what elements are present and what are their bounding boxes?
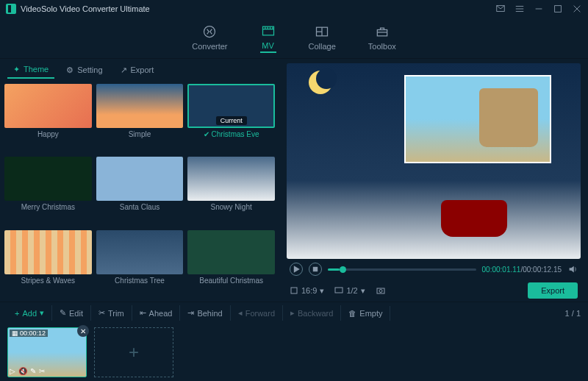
svg-rect-5 xyxy=(377,29,387,35)
subtab-setting[interactable]: ⚙ Setting xyxy=(60,63,108,78)
empty-button[interactable]: 🗑Empty xyxy=(341,306,390,321)
tab-label: Collage xyxy=(309,42,336,51)
svg-rect-6 xyxy=(313,267,318,271)
tab-collage[interactable]: Collage xyxy=(309,24,336,52)
feedback-icon[interactable] xyxy=(495,4,506,14)
progress-bar[interactable] xyxy=(328,268,476,271)
aspect-ratio-selector[interactable]: 16:9 ▾ xyxy=(290,286,324,296)
page-indicator: 1 / 1 xyxy=(565,309,581,318)
maximize-icon[interactable] xyxy=(553,4,563,14)
check-icon: ✔ xyxy=(204,130,212,138)
theme-snowy-night[interactable]: Snowy Night xyxy=(187,157,275,225)
theme-christmas-tree[interactable]: Christmas Tree xyxy=(96,230,184,299)
chevron-down-icon: ▾ xyxy=(320,286,324,296)
export-icon: ↗ xyxy=(121,65,127,75)
clip-remove-button[interactable]: ✕ xyxy=(77,325,89,337)
plus-icon: + xyxy=(15,309,19,318)
theme-icon: ✦ xyxy=(13,65,20,74)
tab-label: Converter xyxy=(192,42,227,51)
svg-point-10 xyxy=(379,290,382,293)
mv-icon xyxy=(260,24,276,38)
theme-santa-claus[interactable]: Santa Claus xyxy=(96,157,184,225)
tab-toolbox[interactable]: Toolbox xyxy=(368,24,396,52)
wand-icon: ✎ xyxy=(60,308,66,318)
theme-christmas-eve[interactable]: Current ✔ Christmas Eve xyxy=(187,84,275,152)
play-button[interactable] xyxy=(290,263,303,276)
subtab-theme[interactable]: ✦ Theme xyxy=(7,62,54,79)
subtab-label: Theme xyxy=(24,65,49,74)
tab-mv[interactable]: MV xyxy=(260,24,276,53)
ahead-icon: ⇤ xyxy=(140,308,146,318)
add-clip-button[interactable]: + xyxy=(94,327,173,377)
volume-icon[interactable] xyxy=(567,264,578,274)
clip-duration: ▦00:00:12 xyxy=(10,330,48,337)
add-button[interactable]: +Add▾ xyxy=(7,305,52,321)
clip-play-icon[interactable]: ▷ xyxy=(10,367,15,375)
video-preview[interactable] xyxy=(287,63,581,259)
svg-rect-1 xyxy=(555,6,562,13)
app-title: VideoSolo Video Converter Ultimate xyxy=(21,4,495,13)
backward-icon: ▸ xyxy=(290,308,295,318)
toolbox-icon xyxy=(374,24,390,39)
behind-button[interactable]: ⇥Behind xyxy=(180,305,230,321)
svg-rect-8 xyxy=(335,288,343,293)
timeline-clip[interactable]: ▦00:00:12 ✕ ▷ 🔇 ✎ ✂ xyxy=(7,327,87,377)
ahead-button[interactable]: ⇤Ahead xyxy=(132,305,181,321)
chevron-down-icon: ▾ xyxy=(40,308,44,318)
tab-converter[interactable]: Converter xyxy=(192,24,227,52)
current-badge: Current xyxy=(216,116,247,125)
theme-grid: Happy Simple Current ✔ Christmas Eve Mer… xyxy=(0,81,279,302)
snapshot-button[interactable] xyxy=(376,285,386,296)
minimize-icon[interactable] xyxy=(534,4,544,14)
svg-rect-7 xyxy=(291,288,297,293)
forward-button[interactable]: ◂Forward xyxy=(231,305,283,321)
gear-icon: ⚙ xyxy=(66,65,74,75)
trash-icon: 🗑 xyxy=(348,309,356,318)
bag-graphic xyxy=(479,88,538,147)
converter-icon xyxy=(201,24,218,39)
film-icon: ▦ xyxy=(12,330,18,337)
camera-icon xyxy=(376,285,386,296)
plus-icon: + xyxy=(129,342,139,363)
edit-toolbar: +Add▾ ✎Edit ✂Trim ⇤Ahead ⇥Behind ◂Forwar… xyxy=(0,302,588,324)
preview-options: 16:9 ▾ 1/2 ▾ Export xyxy=(287,279,581,302)
zoom-selector[interactable]: 1/2 ▾ xyxy=(334,286,365,296)
crop-icon xyxy=(290,286,298,295)
app-logo-icon xyxy=(6,4,16,14)
tab-label: MV xyxy=(262,41,274,50)
trim-button[interactable]: ✂Trim xyxy=(91,305,132,321)
subtab-label: Export xyxy=(131,65,154,74)
collage-icon xyxy=(314,24,330,39)
backward-button[interactable]: ▸Backward xyxy=(283,305,341,321)
theme-merry-christmas[interactable]: Merry Christmas xyxy=(4,157,92,225)
timeline: ▦00:00:12 ✕ ▷ 🔇 ✎ ✂ + xyxy=(0,324,588,381)
main-tabs: Converter MV Collage Toolbox xyxy=(0,18,588,59)
tab-label: Toolbox xyxy=(368,42,396,51)
clip-edit-icon[interactable]: ✎ xyxy=(30,367,36,375)
sleigh-graphic xyxy=(441,200,507,237)
moon-graphic xyxy=(309,71,332,94)
chevron-down-icon: ▾ xyxy=(361,286,365,296)
menu-icon[interactable] xyxy=(514,4,525,14)
time-display: 00:00:01.11/00:00:12.15 xyxy=(482,266,562,274)
theme-stripes-waves[interactable]: Stripes & Waves xyxy=(4,230,92,299)
stop-button[interactable] xyxy=(309,263,322,276)
theme-simple[interactable]: Simple xyxy=(96,84,184,152)
theme-happy[interactable]: Happy xyxy=(4,84,92,152)
titlebar: VideoSolo Video Converter Ultimate xyxy=(0,0,588,18)
screen-icon xyxy=(334,286,343,295)
picture-in-picture xyxy=(404,75,551,163)
player-controls: 00:00:01.11/00:00:12.15 xyxy=(287,259,581,279)
theme-beautiful-christmas[interactable]: Beautiful Christmas xyxy=(187,230,275,299)
clip-trim-icon[interactable]: ✂ xyxy=(39,367,45,375)
forward-icon: ◂ xyxy=(238,308,243,318)
subtab-label: Setting xyxy=(77,65,102,74)
right-panel: 00:00:01.11/00:00:12.15 16:9 ▾ 1/2 ▾ Exp… xyxy=(279,59,588,302)
export-button[interactable]: Export xyxy=(528,282,578,299)
svg-point-2 xyxy=(204,26,215,37)
subtab-export[interactable]: ↗ Export xyxy=(115,63,160,78)
left-panel: ✦ Theme ⚙ Setting ↗ Export Happy Simple … xyxy=(0,59,279,302)
clip-mute-icon[interactable]: 🔇 xyxy=(18,367,27,375)
edit-button[interactable]: ✎Edit xyxy=(52,305,91,321)
close-icon[interactable] xyxy=(572,4,582,14)
